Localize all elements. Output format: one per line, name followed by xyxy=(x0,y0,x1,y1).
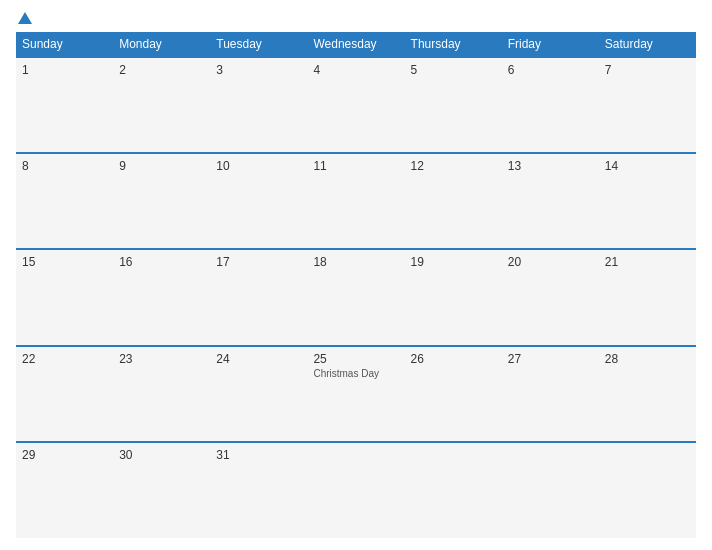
list-item: 22 xyxy=(16,346,113,442)
days-of-week-row: Sunday Monday Tuesday Wednesday Thursday… xyxy=(16,32,696,57)
logo-triangle-icon xyxy=(18,12,32,24)
col-wednesday: Wednesday xyxy=(307,32,404,57)
day-number: 25 xyxy=(313,352,398,366)
day-number: 18 xyxy=(313,255,398,269)
list-item: 15 xyxy=(16,249,113,345)
day-number: 27 xyxy=(508,352,593,366)
list-item: 23 xyxy=(113,346,210,442)
day-number: 15 xyxy=(22,255,107,269)
day-number: 14 xyxy=(605,159,690,173)
table-row: 15 16 17 18 19 20 21 xyxy=(16,249,696,345)
table-row: 8 9 10 11 12 13 14 xyxy=(16,153,696,249)
day-number: 5 xyxy=(411,63,496,77)
list-item: 6 xyxy=(502,57,599,153)
calendar-page: Sunday Monday Tuesday Wednesday Thursday… xyxy=(0,0,712,550)
day-number: 26 xyxy=(411,352,496,366)
day-number: 20 xyxy=(508,255,593,269)
list-item xyxy=(307,442,404,538)
list-item xyxy=(502,442,599,538)
calendar-body: 1 2 3 4 5 6 7 8 9 10 11 12 13 14 15 16 xyxy=(16,57,696,538)
col-saturday: Saturday xyxy=(599,32,696,57)
list-item: 20 xyxy=(502,249,599,345)
list-item: 28 xyxy=(599,346,696,442)
list-item: 3 xyxy=(210,57,307,153)
list-item: 4 xyxy=(307,57,404,153)
list-item: 19 xyxy=(405,249,502,345)
list-item: 17 xyxy=(210,249,307,345)
list-item xyxy=(405,442,502,538)
day-number: 17 xyxy=(216,255,301,269)
day-number: 21 xyxy=(605,255,690,269)
logo xyxy=(16,12,32,24)
day-number: 2 xyxy=(119,63,204,77)
header xyxy=(16,12,696,24)
day-number: 24 xyxy=(216,352,301,366)
day-number: 12 xyxy=(411,159,496,173)
logo-blue-text xyxy=(16,12,32,24)
list-item: 10 xyxy=(210,153,307,249)
col-thursday: Thursday xyxy=(405,32,502,57)
day-number: 1 xyxy=(22,63,107,77)
list-item: 24 xyxy=(210,346,307,442)
day-number: 8 xyxy=(22,159,107,173)
day-number: 3 xyxy=(216,63,301,77)
list-item: 18 xyxy=(307,249,404,345)
calendar-header: Sunday Monday Tuesday Wednesday Thursday… xyxy=(16,32,696,57)
col-tuesday: Tuesday xyxy=(210,32,307,57)
day-number: 31 xyxy=(216,448,301,462)
list-item: 26 xyxy=(405,346,502,442)
list-item: 30 xyxy=(113,442,210,538)
holiday-label: Christmas Day xyxy=(313,368,398,379)
day-number: 22 xyxy=(22,352,107,366)
list-item: 12 xyxy=(405,153,502,249)
list-item: 25 Christmas Day xyxy=(307,346,404,442)
day-number: 23 xyxy=(119,352,204,366)
day-number: 13 xyxy=(508,159,593,173)
col-sunday: Sunday xyxy=(16,32,113,57)
list-item: 5 xyxy=(405,57,502,153)
list-item: 29 xyxy=(16,442,113,538)
day-number: 16 xyxy=(119,255,204,269)
day-number: 7 xyxy=(605,63,690,77)
list-item: 8 xyxy=(16,153,113,249)
list-item: 11 xyxy=(307,153,404,249)
table-row: 1 2 3 4 5 6 7 xyxy=(16,57,696,153)
list-item: 16 xyxy=(113,249,210,345)
list-item: 13 xyxy=(502,153,599,249)
day-number: 4 xyxy=(313,63,398,77)
list-item: 14 xyxy=(599,153,696,249)
list-item xyxy=(599,442,696,538)
col-monday: Monday xyxy=(113,32,210,57)
list-item: 1 xyxy=(16,57,113,153)
col-friday: Friday xyxy=(502,32,599,57)
table-row: 22 23 24 25 Christmas Day 26 27 28 xyxy=(16,346,696,442)
list-item: 2 xyxy=(113,57,210,153)
day-number: 10 xyxy=(216,159,301,173)
day-number: 9 xyxy=(119,159,204,173)
day-number: 6 xyxy=(508,63,593,77)
list-item: 27 xyxy=(502,346,599,442)
day-number: 19 xyxy=(411,255,496,269)
calendar-table: Sunday Monday Tuesday Wednesday Thursday… xyxy=(16,32,696,538)
list-item: 9 xyxy=(113,153,210,249)
list-item: 21 xyxy=(599,249,696,345)
list-item: 31 xyxy=(210,442,307,538)
day-number: 30 xyxy=(119,448,204,462)
day-number: 29 xyxy=(22,448,107,462)
table-row: 29 30 31 xyxy=(16,442,696,538)
list-item: 7 xyxy=(599,57,696,153)
day-number: 11 xyxy=(313,159,398,173)
day-number: 28 xyxy=(605,352,690,366)
